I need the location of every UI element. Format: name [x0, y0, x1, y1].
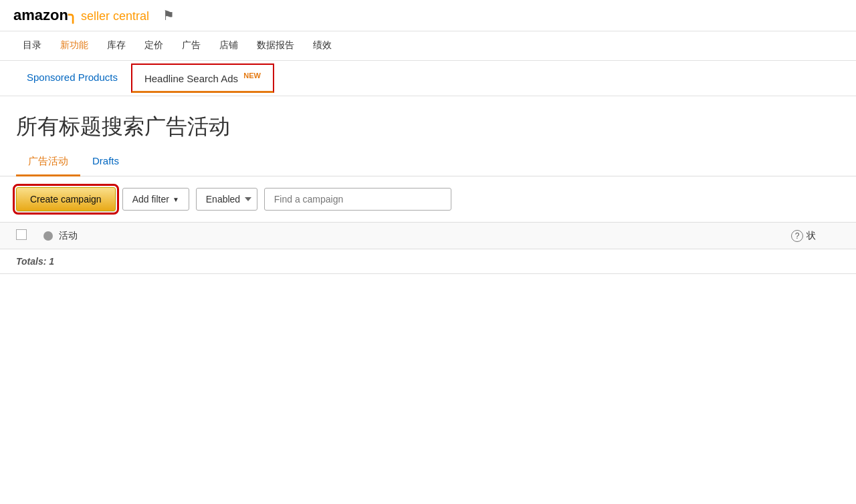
flag-icon: ⚑ [163, 7, 175, 23]
enabled-select[interactable]: Enabled [196, 188, 257, 211]
amazon-logo: amazon╮ seller central [13, 7, 149, 24]
nav-item-performance[interactable]: 绩效 [304, 31, 341, 61]
select-all-checkbox[interactable] [16, 229, 27, 240]
col-status-header: 状 [807, 230, 840, 242]
page-title-area: 所有标题搜索广告活动 [0, 96, 856, 148]
search-campaign-input[interactable] [264, 188, 451, 211]
tabs-bar: 广告活动 Drafts [0, 148, 856, 176]
new-badge: NEW [243, 72, 261, 80]
logo-area: amazon╮ seller central ⚑ [13, 7, 175, 24]
page-header: amazon╮ seller central ⚑ [0, 0, 856, 31]
filter-arrow-icon: ▼ [173, 196, 179, 203]
col-help: ? [788, 230, 807, 242]
create-campaign-button[interactable]: Create campaign [16, 187, 116, 211]
top-navigation: 目录 新功能 库存 定价 广告 店铺 数据报告 绩效 [0, 31, 856, 61]
col-checkbox [16, 229, 37, 242]
add-filter-button[interactable]: Add filter ▼ [122, 188, 189, 211]
nav-item-ads[interactable]: 广告 [173, 31, 210, 61]
nav-item-new[interactable]: 新功能 [51, 31, 98, 61]
table-totals-row: Totals: 1 [0, 249, 856, 274]
col-activity-header: 活动 [59, 230, 788, 242]
sub-nav-sponsored-products[interactable]: Sponsored Products [13, 62, 131, 94]
status-dot-icon [43, 231, 53, 241]
toolbar: Create campaign Add filter ▼ Enabled [0, 176, 856, 223]
page-title: 所有标题搜索广告活动 [16, 112, 840, 142]
table-header: 活动 ? 状 [0, 223, 856, 249]
seller-central-text: seller central [81, 9, 149, 23]
nav-item-pricing[interactable]: 定价 [135, 31, 173, 61]
nav-item-catalog[interactable]: 目录 [13, 31, 51, 61]
tab-drafts[interactable]: Drafts [80, 148, 131, 176]
help-icon[interactable]: ? [791, 230, 803, 242]
tab-campaigns[interactable]: 广告活动 [16, 148, 80, 176]
sub-nav-headline-search[interactable]: Headline Search Ads NEW [131, 64, 274, 93]
nav-item-inventory[interactable]: 库存 [98, 31, 135, 61]
col-dot [37, 231, 59, 241]
nav-item-reports[interactable]: 数据报告 [247, 31, 304, 61]
nav-item-store[interactable]: 店铺 [210, 31, 247, 61]
sub-navigation: Sponsored Products Headline Search Ads N… [0, 61, 856, 96]
